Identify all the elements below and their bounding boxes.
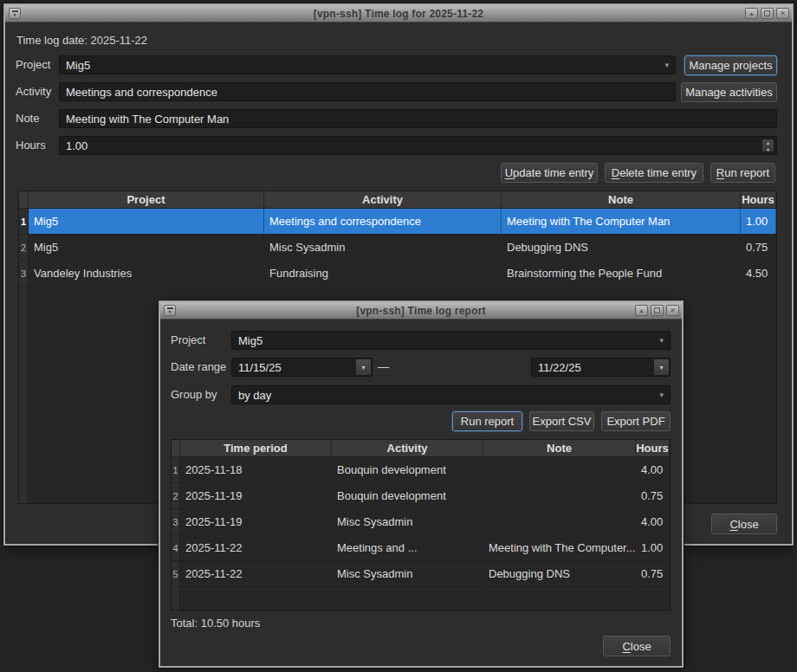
shade-button[interactable]: ▴	[745, 8, 758, 19]
shade-button[interactable]: ▴	[635, 305, 648, 316]
dialog-titlebar[interactable]: ▾ [vpn-ssh] Time log report ▴ ✕	[160, 302, 682, 320]
note-label: Note	[16, 109, 39, 128]
col-header-project[interactable]: Project	[29, 191, 264, 209]
table-corner	[19, 191, 29, 209]
project-combo-value: Mig5	[238, 334, 654, 347]
row-number: 3	[19, 261, 29, 286]
col-header-time-period[interactable]: Time period	[180, 440, 332, 457]
cell-hours: 0.75	[636, 483, 670, 508]
time-log-date-label: Time log date: 2025-11-22	[16, 31, 147, 50]
report-project-combo[interactable]: Mig5 ▾	[231, 331, 671, 350]
export-pdf-button[interactable]: Export PDF	[601, 411, 671, 431]
maximize-icon	[654, 307, 660, 313]
row-header-strip	[19, 287, 29, 503]
spin-up-icon: ▴	[762, 139, 774, 146]
close-button[interactable]: Close	[711, 514, 777, 534]
run-report-button[interactable]: Run report	[710, 163, 775, 183]
date-from-dropdown-button[interactable]: ▾	[355, 359, 371, 375]
table-row[interactable]: 5 2025-11-22 Misc Sysadmin Debugging DNS…	[172, 561, 670, 587]
cell-activity: Meetings and ...	[332, 535, 483, 560]
cell-project: Mig5	[29, 209, 264, 234]
dialog-run-report-button[interactable]: Run report	[452, 411, 522, 431]
activity-input[interactable]	[66, 86, 669, 99]
table-row[interactable]: 2 Mig5 Misc Sysadmin Debugging DNS 0.75	[19, 235, 776, 261]
row-number: 3	[172, 509, 180, 534]
note-input[interactable]	[66, 113, 770, 126]
group-by-value: by day	[238, 389, 654, 402]
chevron-down-icon: ▾	[659, 391, 664, 399]
desktop: { "icons": { "window_menu": "▾", "shade"…	[0, 0, 797, 672]
cell-period: 2025-11-22	[180, 535, 332, 560]
table-row[interactable]: 3 2025-11-19 Misc Sysadmin 4.00	[172, 509, 670, 535]
cell-period: 2025-11-19	[180, 509, 332, 534]
date-to-value: 11/22/25	[538, 361, 581, 374]
manage-activities-button[interactable]: Manage activities	[681, 82, 777, 102]
project-combo[interactable]: Mig5 ▾	[59, 55, 676, 74]
row-number: 5	[172, 561, 180, 586]
table-header[interactable]: Time period Activity Note Hours	[172, 440, 670, 457]
shade-icon: ▴	[749, 10, 753, 17]
activity-field-wrap	[59, 82, 676, 101]
group-by-combo[interactable]: by day ▾	[231, 385, 671, 404]
date-from-field[interactable]: 11/15/25 ▾	[231, 358, 373, 377]
cell-note: Meeting with The Computer Man	[502, 209, 741, 234]
close-icon: ✕	[780, 10, 786, 17]
cell-period: 2025-11-22	[180, 561, 332, 586]
date-from-value: 11/15/25	[238, 361, 282, 374]
main-titlebar[interactable]: ▾ [vpn-ssh] Time log for 2025-11-22 ▴ ✕	[5, 5, 792, 23]
cell-note: Debugging DNS	[483, 561, 636, 586]
dialog-title: [vpn-ssh] Time log report	[160, 305, 682, 317]
cell-note	[483, 457, 636, 482]
col-header-hours[interactable]: Hours	[741, 191, 776, 209]
cell-note: Meeting with The Computer...	[483, 535, 636, 560]
project-label: Project	[16, 55, 50, 74]
export-csv-button[interactable]: Export CSV	[529, 411, 594, 431]
table-empty-area	[172, 587, 670, 610]
note-field-wrap	[59, 109, 777, 128]
cell-activity: Fundraising	[264, 261, 502, 286]
date-range-label: Date range	[171, 358, 226, 377]
cell-note: Brainstorming the People Fund	[502, 261, 741, 286]
close-window-button[interactable]: ✕	[666, 305, 679, 316]
report-dialog: ▾ [vpn-ssh] Time log report ▴ ✕ Project …	[159, 300, 684, 668]
col-header-note[interactable]: Note	[502, 191, 741, 209]
maximize-icon	[764, 10, 770, 16]
dialog-close-button[interactable]: Close	[603, 636, 671, 656]
group-by-label: Group by	[171, 385, 217, 404]
cell-hours: 4.00	[636, 457, 670, 482]
report-table[interactable]: Time period Activity Note Hours 1 2025-1…	[171, 439, 671, 611]
hours-spin-buttons[interactable]: ▴ ▾	[761, 139, 774, 152]
table-corner	[172, 440, 180, 457]
close-window-button[interactable]: ✕	[776, 8, 789, 19]
project-combo-value: Mig5	[66, 59, 659, 72]
table-row[interactable]: 2 2025-11-19 Bouquin development 0.75	[172, 483, 670, 509]
update-time-entry-button[interactable]: Update time entry	[501, 163, 598, 183]
hours-input[interactable]	[66, 139, 770, 152]
row-number: 1	[19, 209, 29, 234]
cell-project: Vandeley Industries	[29, 261, 264, 286]
col-header-note[interactable]: Note	[483, 440, 636, 457]
cell-hours: 4.00	[636, 509, 670, 534]
col-header-activity[interactable]: Activity	[332, 440, 483, 457]
row-number: 2	[172, 483, 180, 508]
total-hours-label: Total: 10.50 hours	[171, 617, 260, 630]
cell-project: Mig5	[29, 235, 264, 260]
col-header-hours[interactable]: Hours	[636, 440, 670, 457]
table-row[interactable]: 1 Mig5 Meetings and correspondence Meeti…	[19, 209, 776, 235]
row-number: 1	[172, 457, 180, 482]
manage-projects-button[interactable]: Manage projects	[684, 55, 777, 75]
col-header-activity[interactable]: Activity	[264, 191, 502, 209]
maximize-button[interactable]	[651, 305, 664, 316]
table-row[interactable]: 4 2025-11-22 Meetings and ... Meeting wi…	[172, 535, 670, 561]
maximize-button[interactable]	[761, 8, 774, 19]
delete-time-entry-button[interactable]: Delete time entry	[605, 163, 703, 183]
table-header[interactable]: Project Activity Note Hours	[19, 191, 776, 209]
shade-icon: ▴	[639, 307, 643, 314]
date-to-field[interactable]: 11/22/25 ▾	[531, 358, 671, 377]
table-row[interactable]: 1 2025-11-18 Bouquin development 4.00	[172, 457, 670, 483]
main-window-title: [vpn-ssh] Time log for 2025-11-22	[5, 8, 792, 20]
table-row[interactable]: 3 Vandeley Industries Fundraising Brains…	[19, 261, 776, 287]
date-to-dropdown-button[interactable]: ▾	[653, 359, 669, 375]
cell-period: 2025-11-19	[180, 483, 332, 508]
cell-activity: Misc Sysadmin	[332, 509, 483, 534]
